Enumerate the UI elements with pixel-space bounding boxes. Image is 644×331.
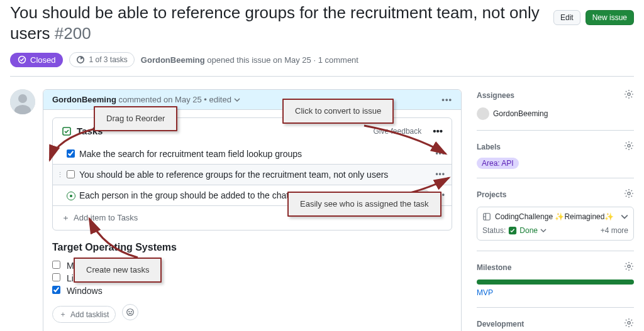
svg-point-9 — [628, 93, 630, 95]
sidebar-assignees-title: Assignees — [477, 91, 514, 100]
issue-title: You should be able to reference groups f… — [10, 3, 546, 43]
emoji-reaction-button[interactable] — [122, 304, 138, 320]
svg-point-3 — [18, 94, 27, 103]
gear-icon[interactable] — [624, 188, 634, 200]
gear-icon[interactable] — [624, 318, 634, 330]
svg-point-10 — [628, 144, 630, 147]
os-item-windows[interactable]: Windows — [52, 285, 452, 297]
task-item-menu[interactable]: ••• — [435, 170, 445, 178]
target-os-heading: Target Operating Systems — [52, 242, 452, 253]
task-item[interactable]: Make the search for recruitment team fie… — [53, 144, 452, 164]
issue-number: #200 — [55, 24, 91, 43]
sidebar-projects-title: Projects — [477, 190, 506, 199]
task-progress-pill[interactable]: 1 of 3 tasks — [69, 52, 134, 67]
gear-icon[interactable] — [624, 141, 634, 153]
svg-point-7 — [129, 312, 130, 312]
task-checkbox[interactable] — [67, 170, 75, 178]
milestone-progress-bar — [477, 279, 634, 285]
new-issue-button[interactable]: New issue — [586, 10, 634, 25]
comment-menu-button[interactable]: ••• — [441, 95, 452, 104]
tasklist-icon — [62, 126, 72, 136]
sidebar-development-title: Development — [477, 320, 524, 328]
svg-point-6 — [127, 309, 134, 316]
tasks-menu-button[interactable]: ••• — [433, 126, 443, 136]
milestone-link[interactable]: MVP — [477, 288, 493, 297]
chevron-down-icon[interactable] — [540, 227, 547, 234]
chevron-down-icon[interactable] — [621, 213, 628, 220]
task-checkbox[interactable] — [67, 149, 75, 158]
tasklist-progress-icon — [76, 55, 85, 64]
task-item-menu[interactable]: ••• — [435, 149, 445, 158]
status-done-icon — [508, 226, 517, 235]
sidebar-labels-title: Labels — [477, 143, 501, 151]
comment-box: GordonBeeming commented on May 25 • edit… — [43, 89, 462, 331]
assignee-link[interactable]: GordonBeeming — [477, 107, 634, 120]
gear-icon[interactable] — [624, 89, 634, 101]
issue-open-icon — [67, 192, 75, 200]
gear-icon[interactable] — [624, 261, 634, 273]
project-icon — [482, 212, 491, 221]
chevron-down-icon[interactable] — [234, 97, 240, 103]
state-pill-closed: Closed — [10, 53, 63, 67]
callout-assigned: Easily see who is assigned the task — [287, 192, 441, 217]
task-item-selected[interactable]: ⋮⋮ You should be able to reference group… — [53, 164, 452, 185]
smile-icon — [126, 308, 135, 317]
add-tasklist-button[interactable]: ＋ Add tasklist — [52, 306, 116, 323]
callout-convert: Click to convert to issue — [282, 99, 394, 124]
task-text: Make the search for recruitment team fie… — [79, 149, 302, 159]
issue-byline: GordonBeeming opened this issue on May 2… — [141, 55, 358, 65]
task-text: You should be able to reference groups f… — [79, 170, 388, 180]
check-circle-icon — [18, 55, 26, 64]
tasks-feedback-link[interactable]: Give feedback — [374, 127, 422, 136]
avatar-icon — [477, 107, 489, 120]
svg-point-8 — [131, 312, 132, 312]
sidebar-milestone-title: Milestone — [477, 263, 511, 272]
callout-reorder: Drag to Reorder — [94, 106, 177, 131]
plus-icon: ＋ — [62, 213, 70, 222]
callout-create: Create new tasks — [74, 258, 162, 283]
plus-icon: ＋ — [59, 309, 67, 320]
project-more-link[interactable]: +4 more — [601, 226, 628, 235]
svg-point-14 — [628, 265, 630, 268]
edit-button[interactable]: Edit — [553, 10, 580, 25]
author-avatar[interactable] — [10, 89, 35, 114]
svg-point-15 — [628, 322, 630, 324]
project-card[interactable]: CodingChallenge ✨Reimagined✨ Status: Don… — [477, 207, 634, 241]
svg-point-11 — [628, 192, 630, 195]
label-area-api[interactable]: Area: API — [477, 158, 519, 169]
